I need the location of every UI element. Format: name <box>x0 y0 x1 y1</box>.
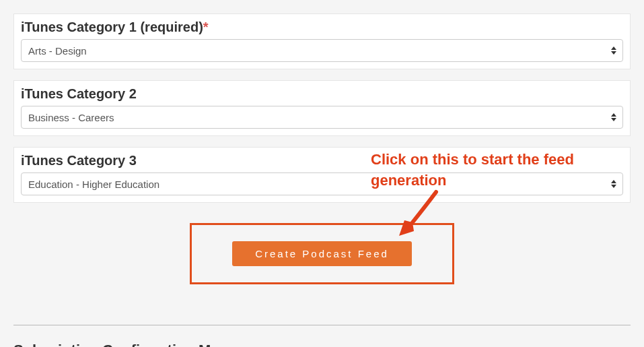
category-1-group: iTunes Category 1 (required)* Arts - Des… <box>13 13 631 69</box>
category-2-select-wrap: Business - Careers <box>21 106 623 129</box>
required-star: * <box>203 20 209 34</box>
create-podcast-feed-button[interactable]: Create Podcast Feed <box>232 241 412 266</box>
category-2-label: iTunes Category 2 <box>21 86 623 102</box>
category-1-select-wrap: Arts - Design <box>21 39 623 62</box>
arrow-icon <box>392 185 446 239</box>
subscription-section-title: Subsciption Confirmation Message <box>13 342 631 347</box>
category-2-select[interactable]: Business - Careers <box>21 106 623 129</box>
button-row: Create Podcast Feed <box>13 223 631 284</box>
category-1-select[interactable]: Arts - Design <box>21 39 623 62</box>
category-2-group: iTunes Category 2 Business - Careers <box>13 80 631 136</box>
category-1-label-text: iTunes Category 1 (required) <box>21 20 203 34</box>
divider <box>13 325 631 325</box>
category-1-label: iTunes Category 1 (required)* <box>21 20 623 35</box>
